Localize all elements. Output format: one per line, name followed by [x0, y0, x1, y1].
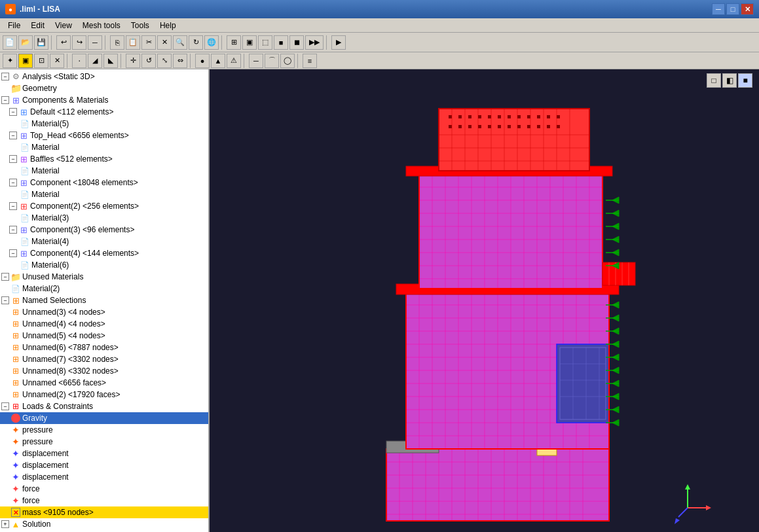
minimize-button[interactable]: ─ — [712, 3, 725, 15]
menu-help[interactable]: Help — [155, 20, 181, 31]
undo-btn[interactable]: ↩ — [56, 35, 71, 50]
expand-comp18048[interactable]: − — [9, 179, 17, 186]
save-btn[interactable]: 💾 — [34, 35, 48, 50]
tree-item-unnamed2-faces[interactable]: ⊞ Unnamed(2) <17920 faces> — [0, 389, 208, 400]
run-btn[interactable]: ▶▶ — [305, 35, 324, 50]
tree-item-pressure2[interactable]: ✦ pressure — [0, 436, 208, 448]
tree-item-disp3[interactable]: ✦ displacement — [0, 471, 208, 483]
tree-item-material-b[interactable]: 📄 Material — [0, 165, 208, 177]
tree-item-force1[interactable]: ✦ force — [0, 483, 208, 495]
expand-analysis[interactable]: − — [1, 73, 9, 80]
expand-named-sel[interactable]: − — [1, 296, 9, 304]
expand-default[interactable]: − — [9, 108, 17, 116]
vp-btn-2[interactable]: ◧ — [722, 73, 737, 88]
rotate2-btn[interactable]: ↺ — [141, 54, 156, 68]
fill-btn[interactable]: ◯ — [280, 54, 295, 68]
vp-btn-1[interactable]: □ — [707, 73, 721, 88]
vp-btn-3[interactable]: ■ — [738, 73, 752, 88]
tree-item-unnamed3[interactable]: ⊞ Unnamed(3) <4 nodes> — [0, 306, 208, 318]
arc-btn[interactable]: ⌒ — [265, 54, 279, 68]
tree-item-unnamed4[interactable]: ⊞ Unnamed(4) <4 nodes> — [0, 318, 208, 330]
tree-item-disp1[interactable]: ✦ displacement — [0, 448, 208, 459]
nodes-btn[interactable]: ⬝ — [72, 54, 86, 68]
open-btn[interactable]: 📂 — [18, 35, 33, 50]
tree-item-loads[interactable]: − ⊞ Loads & Constraints — [0, 400, 208, 412]
sym-btn[interactable]: ⇔ — [173, 54, 187, 68]
tree-item-unnamed-faces[interactable]: ⊞ Unnamed <6656 faces> — [0, 377, 208, 389]
tree-item-geometry[interactable]: 📁 Geometry — [0, 82, 208, 94]
expand-comp2[interactable]: − — [9, 202, 17, 210]
rotate-btn[interactable]: ↻ — [189, 35, 203, 50]
tree-item-pressure1[interactable]: ✦ pressure — [0, 424, 208, 436]
mesh-btn4[interactable]: ■ — [274, 35, 288, 50]
copy-btn[interactable]: ⎘ — [110, 35, 124, 50]
maximize-button[interactable]: □ — [726, 3, 739, 15]
extra2-btn[interactable]: ≡ — [303, 54, 317, 68]
tree-item-tophead[interactable]: − ⊞ Top_Head <6656 elements> — [0, 130, 208, 141]
dot-btn[interactable]: ● — [195, 54, 210, 68]
expand-solution[interactable]: + — [1, 520, 9, 528]
tree-item-material2[interactable]: 📄 Material(2) — [0, 283, 208, 294]
viewport[interactable]: □ ◧ ■ — [210, 69, 759, 532]
mesh-btn5[interactable]: ◼ — [289, 35, 304, 50]
select-btn[interactable]: ▣ — [18, 54, 33, 68]
mesh-btn1[interactable]: ⊞ — [227, 35, 241, 50]
expand-components[interactable]: − — [1, 96, 9, 104]
mesh-btn2[interactable]: ▣ — [242, 35, 257, 50]
faces-btn[interactable]: ◣ — [103, 54, 118, 68]
redo-btn[interactable]: ↪ — [72, 35, 86, 50]
del-sel-btn[interactable]: ✕ — [50, 54, 64, 68]
menu-tools[interactable]: Tools — [126, 20, 155, 31]
tree-item-material4[interactable]: 📄 Material(4) — [0, 236, 208, 247]
line-btn[interactable]: ─ — [249, 54, 263, 68]
tree-item-comp3[interactable]: − ⊞ Component(3) <96 elements> — [0, 224, 208, 236]
paste-btn[interactable]: 📋 — [126, 35, 140, 50]
tree-item-disp2[interactable]: ✦ displacement — [0, 459, 208, 471]
close-button[interactable]: ✕ — [741, 3, 754, 15]
tree-item-comp4[interactable]: − ⊞ Component(4) <144 elements> — [0, 247, 208, 259]
tree-item-baffles[interactable]: − ⊞ Baffles <512 elements> — [0, 153, 208, 165]
tree-item-material3[interactable]: 📄 Material(3) — [0, 212, 208, 224]
expand-baffles[interactable]: − — [9, 155, 17, 163]
tree-item-material-c1[interactable]: 📄 Material — [0, 188, 208, 200]
extra-btn[interactable]: ▶ — [331, 35, 346, 50]
delete-btn[interactable]: ✕ — [157, 35, 172, 50]
expand-comp3[interactable]: − — [9, 226, 17, 234]
menu-mesh-tools[interactable]: Mesh tools — [77, 20, 126, 31]
expand-unused[interactable]: − — [1, 273, 9, 281]
search-btn[interactable]: 🔍 — [173, 35, 187, 50]
scale-btn[interactable]: ⤡ — [157, 54, 172, 68]
menu-view[interactable]: View — [50, 20, 77, 31]
tree-item-gravity[interactable]: Gravity — [0, 412, 208, 424]
tree-item-unnamed6[interactable]: ⊞ Unnamed(6) <7887 nodes> — [0, 342, 208, 353]
select-all-btn[interactable]: ✦ — [3, 54, 17, 68]
separator-h[interactable]: ─ — [88, 35, 102, 50]
expand-comp4[interactable]: − — [9, 249, 17, 257]
tree-item-default[interactable]: − ⊞ Default <112 elements> — [0, 106, 208, 118]
tree-item-named-sel[interactable]: − ⊞ Named Selections — [0, 294, 208, 306]
tree-item-material6[interactable]: 📄 Material(6) — [0, 259, 208, 271]
tree-item-mass[interactable]: ✕ mass <9105 nodes> — [0, 506, 208, 518]
globe-btn[interactable]: 🌐 — [204, 35, 219, 50]
edges-btn[interactable]: ◢ — [88, 54, 102, 68]
tree-item-material5[interactable]: 📄 Material(5) — [0, 118, 208, 130]
new-btn[interactable]: 📄 — [3, 35, 17, 50]
expand-loads[interactable]: − — [1, 402, 9, 410]
tree-item-solution[interactable]: + ▲ Solution — [0, 518, 208, 530]
mesh-btn3[interactable]: ⬚ — [258, 35, 272, 50]
tri-btn[interactable]: ▲ — [211, 54, 225, 68]
tree-item-components[interactable]: − ⊞ Components & Materials — [0, 94, 208, 106]
tree-item-comp18048[interactable]: − ⊞ Component <18048 elements> — [0, 177, 208, 188]
tree-item-unnamed7[interactable]: ⊞ Unnamed(7) <3302 nodes> — [0, 353, 208, 365]
tree-item-force2[interactable]: ✦ force — [0, 495, 208, 506]
menu-edit[interactable]: Edit — [26, 20, 50, 31]
expand-tophead[interactable]: − — [9, 132, 17, 139]
tree-item-analysis[interactable]: − ⚙ Analysis <Static 3D> — [0, 71, 208, 82]
tree-item-unnamed8[interactable]: ⊞ Unnamed(8) <3302 nodes> — [0, 365, 208, 377]
tree-item-comp2[interactable]: − ⊞ Component(2) <256 elements> — [0, 200, 208, 212]
tree-item-unused[interactable]: − 📁 Unused Materials — [0, 271, 208, 283]
tree-item-unnamed5[interactable]: ⊞ Unnamed(5) <4 nodes> — [0, 330, 208, 342]
move-btn[interactable]: ✛ — [126, 54, 140, 68]
box-sel-btn[interactable]: ⊡ — [34, 54, 48, 68]
tree-item-material-th[interactable]: 📄 Material — [0, 141, 208, 153]
